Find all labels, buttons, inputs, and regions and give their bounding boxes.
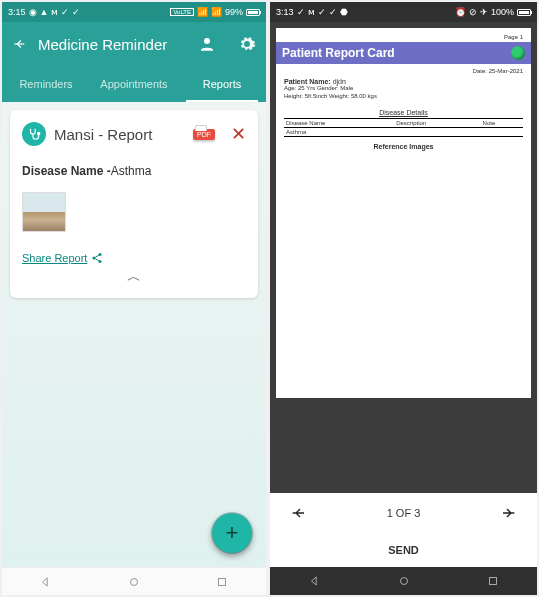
image-thumbnail[interactable] <box>22 192 66 232</box>
tab-reminders[interactable]: Reminders <box>2 66 90 102</box>
nav-recent-icon[interactable] <box>486 574 500 588</box>
nav-back-icon[interactable] <box>308 574 322 588</box>
check-icon: ✓ <box>318 7 326 17</box>
nav-home-icon[interactable] <box>397 574 411 588</box>
share-icon <box>91 252 103 264</box>
disease-label: Disease Name - <box>22 164 111 178</box>
send-button[interactable]: SEND <box>270 533 537 567</box>
svg-point-5 <box>131 578 138 585</box>
alarm-icon: ⏰ <box>455 7 466 17</box>
pager-bar: 1 OF 3 <box>270 493 537 533</box>
tab-bar: Reminders Appointments Reports <box>2 66 266 102</box>
page-indicator: 1 OF 3 <box>387 507 421 519</box>
signal-icon: 📶 <box>211 7 222 17</box>
share-report-link[interactable]: Share Report <box>22 252 246 264</box>
check-icon: ✓ <box>61 7 69 17</box>
patient-name: Patient Name: djdn <box>284 78 523 85</box>
close-icon[interactable]: ✕ <box>231 123 246 145</box>
status-bar-right: 3:13 ✓ ᴍ ✓ ✓ ⬣ ⏰ ⊘ ✈ 100% <box>270 2 537 22</box>
disease-row: Disease Name -Asthma <box>22 164 246 178</box>
svg-rect-6 <box>219 578 226 585</box>
report-date: Date: 25-Mar-2021 <box>284 68 523 74</box>
globe-icon <box>511 46 525 60</box>
add-button[interactable]: + <box>212 513 252 553</box>
location-icon: ◉ <box>29 7 37 17</box>
nav-bar-left <box>2 567 266 595</box>
prev-page-icon[interactable] <box>290 505 306 521</box>
ref-images-title: Reference Images <box>284 143 523 150</box>
status-bar-left: 3:15 ◉ ▲ ᴍ ✓ ✓ VoLTE 📶 📶 99% <box>2 2 266 22</box>
pdf-viewer[interactable]: Page 1 Patient Report Card Date: 25-Mar-… <box>270 22 537 493</box>
section-title: Disease Details <box>284 109 523 116</box>
report-card: Mansi - Report PDF ✕ Disease Name -Asthm… <box>10 110 258 298</box>
svg-point-7 <box>400 578 407 585</box>
battery-pct: 100% <box>491 7 514 17</box>
svg-point-4 <box>99 260 102 263</box>
svg-point-0 <box>204 38 210 44</box>
signal-icon: 📶 <box>197 7 208 17</box>
nav-home-icon[interactable] <box>127 575 141 589</box>
battery-icon <box>246 9 260 16</box>
settings-icon[interactable] <box>238 35 256 53</box>
battery-icon <box>517 9 531 16</box>
warning-icon: ▲ <box>40 7 49 17</box>
tab-reports[interactable]: Reports <box>178 66 266 102</box>
m-icon: ᴍ <box>51 7 58 17</box>
nav-back-icon[interactable] <box>39 575 53 589</box>
app-bar: Medicine Reminder <box>2 22 266 66</box>
svg-point-2 <box>99 253 102 256</box>
disease-value: Asthma <box>111 164 152 178</box>
pdf-icon[interactable]: PDF <box>193 129 215 140</box>
battery-pct: 99% <box>225 7 243 17</box>
airplane-icon: ✈ <box>480 7 488 17</box>
svg-rect-8 <box>489 578 496 585</box>
svg-point-3 <box>93 257 96 260</box>
nav-recent-icon[interactable] <box>215 575 229 589</box>
back-icon[interactable] <box>12 37 26 51</box>
page-number: Page 1 <box>284 34 523 40</box>
card-title: Mansi - Report <box>54 126 185 143</box>
profile-icon[interactable] <box>198 35 216 53</box>
stethoscope-icon <box>22 122 46 146</box>
m-icon: ᴍ <box>308 7 315 17</box>
svg-point-1 <box>38 132 40 134</box>
status-time: 3:15 <box>8 7 26 17</box>
next-page-icon[interactable] <box>501 505 517 521</box>
nav-bar-right <box>270 567 537 595</box>
dnd-icon: ⊘ <box>469 7 477 17</box>
app-title: Medicine Reminder <box>38 36 186 53</box>
check-icon: ✓ <box>329 7 337 17</box>
disease-table: Disease NameDescriptionNote Asthma <box>284 118 523 137</box>
volte-badge: VoLTE <box>170 8 194 16</box>
patient-info: Age: 25 Yrs Gender: Male Height: 5ft 5in… <box>284 85 523 101</box>
check-icon: ✓ <box>72 7 80 17</box>
status-time: 3:13 <box>276 7 294 17</box>
location-icon: ⬣ <box>340 7 348 17</box>
check-icon: ✓ <box>297 7 305 17</box>
tab-appointments[interactable]: Appointments <box>90 66 178 102</box>
report-header: Patient Report Card <box>276 42 531 64</box>
pdf-page: Page 1 Patient Report Card Date: 25-Mar-… <box>276 28 531 398</box>
collapse-icon[interactable]: ︿ <box>22 268 246 286</box>
share-label: Share Report <box>22 252 87 264</box>
